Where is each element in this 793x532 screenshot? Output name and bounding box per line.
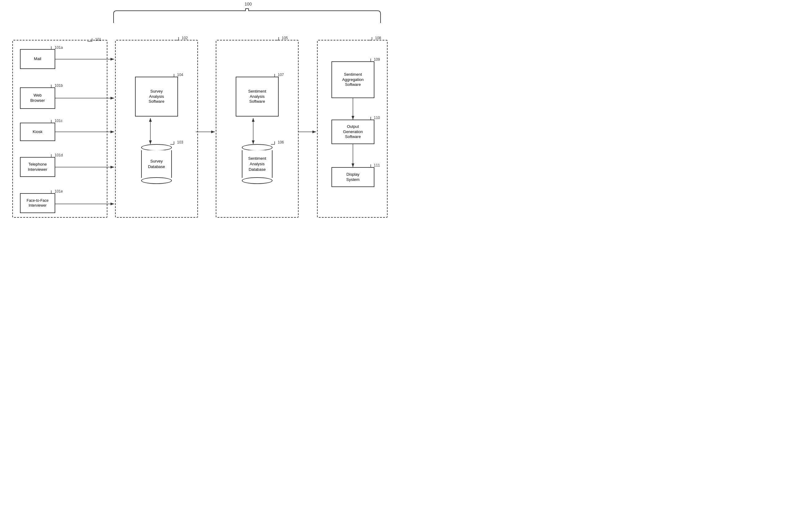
label-101d-text: 101d [55, 153, 63, 157]
box-sentiment-aggregation: SentimentAggregationSoftware [331, 61, 374, 98]
dashed-box-105 [216, 40, 299, 218]
label-111-text: 111 [374, 163, 380, 167]
box-web-browser: WebBrowser [20, 88, 55, 109]
box-mail: Mail [20, 49, 55, 69]
cyl-bottom-sentiment [242, 177, 273, 184]
cyl-top-survey [141, 144, 172, 151]
label-101b-text: 101b [55, 83, 63, 88]
cyl-body-sentiment: SentimentAnalysisDatabase [242, 150, 273, 178]
box-face-to-face: Face-to-FaceInterviewer [20, 193, 55, 213]
box-survey-analysis: SurveyAnalysisSoftware [135, 77, 178, 116]
cyl-body-survey: SurveyDatabase [141, 150, 172, 178]
label-106-text: 106 [278, 140, 284, 145]
label-104-text: 104 [177, 73, 183, 77]
box-output-generation: OutputGenerationSoftware [331, 119, 374, 144]
label-107-text: 107 [278, 73, 284, 77]
label-110-text: 110 [374, 116, 380, 120]
label-101e-text: 101e [55, 189, 63, 193]
dashed-box-102 [115, 40, 198, 218]
label-100: 100 [245, 2, 252, 6]
label-101c-text: 101c [55, 119, 62, 123]
box-display-system: DisplaySystem [331, 167, 374, 187]
cyl-top-sentiment [242, 144, 273, 151]
label-102-text: 102 [182, 36, 188, 40]
label-101a-text: 101a [55, 45, 63, 50]
cylinder-sentiment-db: SentimentAnalysisDatabase [236, 144, 279, 184]
cylinder-survey-db: SurveyDatabase [135, 144, 178, 184]
box-telephone: TelephoneInterviewer [20, 157, 55, 177]
label-108-text: 108 [375, 36, 381, 40]
label-109-text: 109 [374, 57, 380, 62]
cyl-bottom-survey [141, 177, 172, 184]
box-kiosk: Kiosk [20, 122, 55, 141]
label-103-text: 103 [177, 140, 183, 145]
label-101-text: 101 [95, 37, 101, 42]
diagram-container: 101 Mail 101a WebBrowser 101b Kiosk 101c… [0, 0, 396, 266]
label-105-text: 105 [282, 36, 288, 40]
box-sentiment-analysis: SentimentAnalysisSoftware [236, 77, 279, 116]
